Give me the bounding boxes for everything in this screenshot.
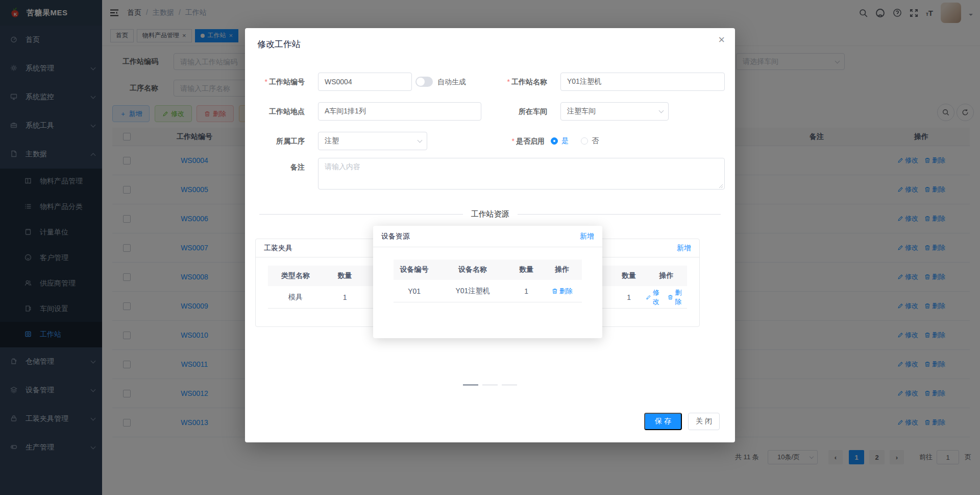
carousel-dash-2[interactable] <box>482 384 498 386</box>
trash-icon <box>668 294 673 300</box>
device-delete-link[interactable]: 删除 <box>668 288 687 307</box>
select-value: 注塑 <box>325 136 339 146</box>
remark-label: 备注 <box>245 158 311 176</box>
popup-title: 设备资源 <box>381 232 410 241</box>
carousel-indicators <box>463 384 517 386</box>
process-select[interactable]: 注塑 <box>318 132 427 150</box>
auto-generate-toggle[interactable] <box>415 77 433 87</box>
remark-textarea[interactable] <box>318 158 725 190</box>
popup-device-row: Y01 Y01注塑机 1 删除 <box>394 280 582 302</box>
enabled-radio-group: 是 否 <box>551 132 599 150</box>
location-label: 工作站地点 <box>245 102 311 121</box>
chevron-down-icon <box>659 108 664 113</box>
carousel-dash-3[interactable] <box>502 384 517 386</box>
device-resource-popup: 设备资源 新增 设备编号 设备名称 数量 操作 Y01 Y01注塑机 1 删除 <box>373 226 602 338</box>
carousel-dash-1[interactable] <box>463 384 478 386</box>
radio-yes[interactable]: 是 <box>551 136 569 146</box>
device-edit-link[interactable]: 修改 <box>646 288 665 307</box>
workshop-select[interactable]: 注塑车间 <box>560 102 669 121</box>
name-input[interactable] <box>560 73 725 91</box>
toggle-knob <box>416 78 425 86</box>
trash-icon <box>552 288 558 294</box>
edit-workstation-dialog: 修改工作站 × *工作站编号 自动生成 *工作站名称 工作站地点 所在车间 注塑… <box>245 28 735 442</box>
save-button[interactable]: 保 存 <box>644 413 682 430</box>
location-input[interactable] <box>318 102 481 121</box>
close-icon[interactable]: × <box>718 34 725 45</box>
popup-add-link[interactable]: 新增 <box>580 232 594 241</box>
name-label: *工作站名称 <box>464 73 554 91</box>
required-star: * <box>265 78 267 86</box>
radio-icon <box>551 137 558 145</box>
process-label: 所属工序 <box>245 132 311 150</box>
card-title: 工装夹具 <box>264 244 292 253</box>
select-value: 注塑车间 <box>567 107 596 116</box>
code-label: *工作站编号 <box>245 73 311 91</box>
divider-title: 工作站资源 <box>471 209 509 219</box>
chevron-down-icon <box>418 138 423 143</box>
code-input[interactable] <box>318 73 412 91</box>
enabled-label: *是否启用 <box>464 132 545 150</box>
resources-divider: 工作站资源 <box>259 209 721 219</box>
auto-generate-label: 自动生成 <box>437 73 466 91</box>
dialog-close-button[interactable]: 关 闭 <box>688 413 720 430</box>
pencil-icon <box>646 294 651 300</box>
required-star: * <box>507 78 510 86</box>
radio-no[interactable]: 否 <box>581 136 599 146</box>
device-add-link[interactable]: 新增 <box>677 244 691 253</box>
dialog-title: 修改工作站 <box>257 38 301 50</box>
popup-delete-link[interactable]: 删除 <box>552 287 573 296</box>
required-star: * <box>512 137 514 145</box>
workshop-label: 所在车间 <box>464 102 554 121</box>
radio-icon <box>581 137 588 145</box>
